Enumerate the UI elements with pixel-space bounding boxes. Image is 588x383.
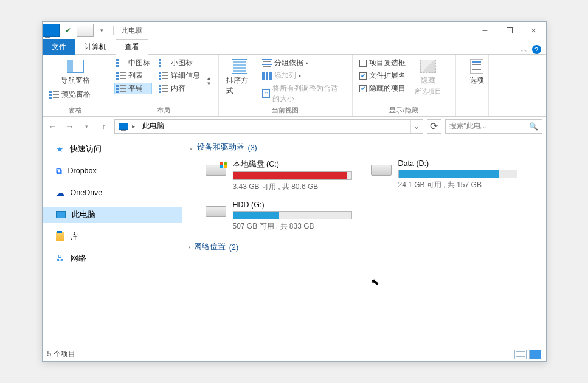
history-dropdown[interactable]: ▾ xyxy=(80,120,94,133)
search-placeholder: 搜索"此电... xyxy=(449,121,487,131)
address-location: 此电脑 xyxy=(142,121,164,131)
drive-subtext: 507 GB 可用 , 共 833 GB xyxy=(233,221,352,232)
explorer-window: ✔ ▾ 此电脑 ─ ✕ 文件 计算机 查看 ︿ ? 导航窗格 预览窗格 xyxy=(42,21,547,362)
ribbon: 导航窗格 预览窗格 窗格 中图标 列表 平铺 小图标 详细信息 内容 ▲▼ xyxy=(43,55,546,117)
up-button[interactable]: ↑ xyxy=(97,120,111,133)
add-columns-button[interactable]: 添加列 ▸ xyxy=(260,70,347,81)
dropbox-icon: ⧉ xyxy=(56,166,62,176)
main-content: ⌄ 设备和驱动器 (3) 本地磁盘 (C:) 3.43 GB 可用 , 共 80… xyxy=(182,136,546,347)
usage-bar xyxy=(398,170,517,178)
libraries-icon xyxy=(56,232,64,241)
group-by-button[interactable]: 分组依据 ▸ xyxy=(260,57,347,69)
separator xyxy=(113,26,114,35)
close-button[interactable]: ✕ xyxy=(522,22,546,39)
tab-view[interactable]: 查看 xyxy=(116,39,148,55)
drive-item[interactable]: 本地磁盘 (C:) 3.43 GB 可用 , 共 80.6 GB xyxy=(203,157,354,194)
drive-name: 本地磁盘 (C:) xyxy=(233,159,352,170)
preview-pane-button[interactable]: 预览窗格 xyxy=(47,89,104,100)
drive-item[interactable]: Data (D:) 24.1 GB 可用 , 共 157 GB xyxy=(368,157,519,194)
pc-icon xyxy=(56,211,66,218)
sidebar-item-network[interactable]: 🖧网络 xyxy=(43,250,182,266)
window-title: 此电脑 xyxy=(121,26,143,36)
options-button[interactable]: 选项 xyxy=(461,57,493,106)
group-network-header[interactable]: › 网络位置 (2) xyxy=(189,240,540,255)
sort-button[interactable]: 排序方式 xyxy=(224,57,255,105)
group-panes-label: 窗格 xyxy=(47,105,104,116)
file-ext-toggle[interactable]: ✔文件扩展名 xyxy=(358,70,407,81)
star-icon: ★ xyxy=(56,144,64,154)
drive-subtext: 24.1 GB 可用 , 共 157 GB xyxy=(398,180,517,190)
layout-details[interactable]: 详细信息 xyxy=(157,70,202,81)
layout-list[interactable]: 列表 xyxy=(114,70,152,81)
layout-medium[interactable]: 中图标 xyxy=(114,57,152,69)
drive-icon xyxy=(206,206,226,217)
nav-pane-button[interactable]: 导航窗格 xyxy=(47,57,104,87)
drive-name: HDD (G:) xyxy=(233,201,352,209)
qat-customize-icon[interactable]: ▾ xyxy=(94,24,111,37)
minimize-button[interactable]: ─ xyxy=(473,22,497,39)
drive-name: Data (D:) xyxy=(398,159,517,168)
tab-file[interactable]: 文件 xyxy=(43,39,75,55)
group-layout-label: 布局 xyxy=(114,105,213,116)
chevron-right-icon: › xyxy=(189,244,190,250)
address-dropdown-icon[interactable]: ⌄ xyxy=(410,120,423,133)
address-bar[interactable]: ▸ 此电脑 ⌄ xyxy=(114,119,423,134)
usage-bar xyxy=(233,211,352,219)
search-box[interactable]: 搜索"此电... 🔍 xyxy=(445,119,542,134)
system-icon[interactable] xyxy=(43,24,60,37)
usage-bar xyxy=(233,171,352,180)
network-icon: 🖧 xyxy=(56,254,64,263)
sidebar-item-thispc[interactable]: 此电脑 xyxy=(43,207,182,223)
drive-item[interactable]: HDD (G:) 507 GB 可用 , 共 833 GB xyxy=(203,199,354,233)
hide-selected-button[interactable]: 隐藏 所选项目 xyxy=(412,57,444,105)
onedrive-icon: ☁ xyxy=(56,188,64,198)
refresh-button[interactable]: ⟳ xyxy=(427,119,441,134)
view-details-button[interactable] xyxy=(514,350,527,359)
ribbon-tabs: 文件 计算机 查看 ︿ ? xyxy=(43,39,546,55)
address-bar-row: ← → ▾ ↑ ▸ 此电脑 ⌄ ⟳ 搜索"此电... 🔍 xyxy=(43,117,546,136)
sidebar: ★快速访问 ⧉Dropbox ☁OneDrive 此电脑 库 🖧网络 xyxy=(43,136,182,347)
search-icon: 🔍 xyxy=(529,122,538,131)
layout-tiles[interactable]: 平铺 xyxy=(114,83,152,94)
status-text: 5 个项目 xyxy=(47,349,75,359)
sidebar-item-quickaccess[interactable]: ★快速访问 xyxy=(43,141,182,157)
nav-pane-label: 导航窗格 xyxy=(61,75,90,86)
minimize-ribbon-icon[interactable]: ︿ xyxy=(521,45,527,54)
group-view-label: 当前视图 xyxy=(224,105,347,116)
sidebar-item-dropbox[interactable]: ⧉Dropbox xyxy=(43,163,182,179)
status-bar: 5 个项目 xyxy=(43,347,546,361)
chevron-down-icon: ⌄ xyxy=(189,144,193,151)
size-columns-button[interactable]: 将所有列调整为合适的大小 xyxy=(260,83,347,105)
qat-newfolder-icon[interactable] xyxy=(77,24,94,37)
tab-computer[interactable]: 计算机 xyxy=(75,39,116,55)
group-devices-header[interactable]: ⌄ 设备和驱动器 (3) xyxy=(189,140,540,155)
sidebar-item-onedrive[interactable]: ☁OneDrive xyxy=(43,185,182,201)
forward-button[interactable]: → xyxy=(63,120,77,133)
maximize-button[interactable] xyxy=(497,22,522,39)
drive-icon xyxy=(206,165,226,176)
layout-more-icon[interactable]: ▲▼ xyxy=(207,75,212,86)
item-checkboxes-toggle[interactable]: 项目复选框 xyxy=(358,57,407,69)
titlebar: ✔ ▾ 此电脑 ─ ✕ xyxy=(43,22,546,39)
pc-icon xyxy=(119,123,128,130)
view-large-button[interactable] xyxy=(529,350,541,359)
group-show-label: 显示/隐藏 xyxy=(358,105,451,116)
help-icon[interactable]: ? xyxy=(532,45,541,54)
qat-properties-icon[interactable]: ✔ xyxy=(60,24,77,37)
cursor-icon: ⬉ xyxy=(370,275,379,288)
drive-subtext: 3.43 GB 可用 , 共 80.6 GB xyxy=(233,182,352,192)
layout-content[interactable]: 内容 xyxy=(157,83,202,94)
hidden-items-toggle[interactable]: ✔隐藏的项目 xyxy=(358,83,407,94)
back-button[interactable]: ← xyxy=(46,120,60,133)
layout-small[interactable]: 小图标 xyxy=(157,57,202,69)
sidebar-item-libraries[interactable]: 库 xyxy=(43,229,182,244)
drive-icon xyxy=(371,165,392,176)
